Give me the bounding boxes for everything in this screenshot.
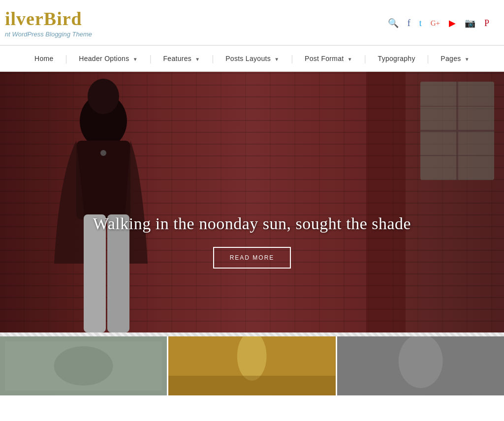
thumbnail-3-image xyxy=(337,336,504,395)
instagram-icon[interactable]: 📷 xyxy=(465,18,475,29)
site-header: ilverBird nt WordPress Blogging Theme 🔍 … xyxy=(0,0,504,45)
facebook-icon[interactable]: f xyxy=(408,18,410,29)
hero-content: Walking in the noonday sun, sought the s… xyxy=(0,214,504,269)
svg-rect-13 xyxy=(5,341,162,391)
svg-point-20 xyxy=(407,337,434,365)
nav-link-header-options[interactable]: Header Options ▼ xyxy=(68,46,149,71)
site-title: ilverBird xyxy=(5,9,92,30)
header-icons: 🔍 f t G+ ▶ 📷 P xyxy=(388,18,489,29)
nav-item-typography: Typography xyxy=(367,46,426,71)
chevron-down-icon: ▼ xyxy=(347,57,352,62)
nav-item-header-options: Header Options ▼ xyxy=(68,46,149,71)
thumbnail-1-image xyxy=(0,336,167,395)
main-nav: Home | Header Options ▼ | Features ▼ | P… xyxy=(0,45,504,72)
thumbnail-2 xyxy=(168,336,337,395)
youtube-icon[interactable]: ▶ xyxy=(449,18,456,29)
thumbnails-row xyxy=(0,336,504,395)
nav-link-pages[interactable]: Pages ▼ xyxy=(430,46,480,71)
svg-rect-15 xyxy=(168,336,335,395)
google-plus-icon[interactable]: G+ xyxy=(431,19,440,28)
svg-rect-18 xyxy=(337,336,504,395)
nav-item-pages: Pages ▼ xyxy=(430,46,480,71)
nav-separator-6: | xyxy=(426,54,430,63)
nav-separator-1: | xyxy=(64,54,68,63)
nav-separator-3: | xyxy=(211,54,215,63)
svg-point-16 xyxy=(237,336,267,381)
chevron-down-icon: ▼ xyxy=(195,57,200,62)
nav-separator-2: | xyxy=(149,54,153,63)
nav-item-home: Home xyxy=(24,46,64,71)
chevron-down-icon: ▼ xyxy=(274,57,279,62)
chevron-down-icon: ▼ xyxy=(133,57,138,62)
hero-section: Walking in the noonday sun, sought the s… xyxy=(0,72,504,332)
hero-overlay xyxy=(0,72,504,332)
svg-rect-12 xyxy=(0,336,167,395)
read-more-button[interactable]: READ MORE xyxy=(213,247,291,269)
thumbnail-1 xyxy=(0,336,168,395)
site-branding: ilverBird nt WordPress Blogging Theme xyxy=(5,9,92,38)
svg-point-19 xyxy=(398,336,442,388)
nav-item-features: Features ▼ xyxy=(153,46,211,71)
site-tagline: nt WordPress Blogging Theme xyxy=(5,30,92,38)
hero-title: Walking in the noonday sun, sought the s… xyxy=(0,214,504,233)
pattern-band xyxy=(0,332,504,336)
svg-point-14 xyxy=(54,346,113,386)
nav-link-features[interactable]: Features ▼ xyxy=(153,46,211,71)
nav-item-posts-layouts: Posts Layouts ▼ xyxy=(215,46,290,71)
nav-link-posts-layouts[interactable]: Posts Layouts ▼ xyxy=(215,46,290,71)
twitter-icon[interactable]: t xyxy=(419,18,422,29)
nav-link-home[interactable]: Home xyxy=(24,46,64,71)
nav-link-post-format[interactable]: Post Format ▼ xyxy=(294,46,363,71)
nav-separator-4: | xyxy=(290,54,294,63)
nav-list: Home | Header Options ▼ | Features ▼ | P… xyxy=(24,46,480,71)
svg-rect-17 xyxy=(168,376,335,395)
thumbnail-3 xyxy=(337,336,504,395)
pinterest-icon[interactable]: P xyxy=(484,18,489,29)
nav-link-typography[interactable]: Typography xyxy=(367,46,426,71)
nav-item-post-format: Post Format ▼ xyxy=(294,46,363,71)
thumbnail-2-image xyxy=(168,336,335,395)
chevron-down-icon: ▼ xyxy=(465,57,470,62)
search-icon[interactable]: 🔍 xyxy=(388,18,399,29)
nav-separator-5: | xyxy=(363,54,367,63)
